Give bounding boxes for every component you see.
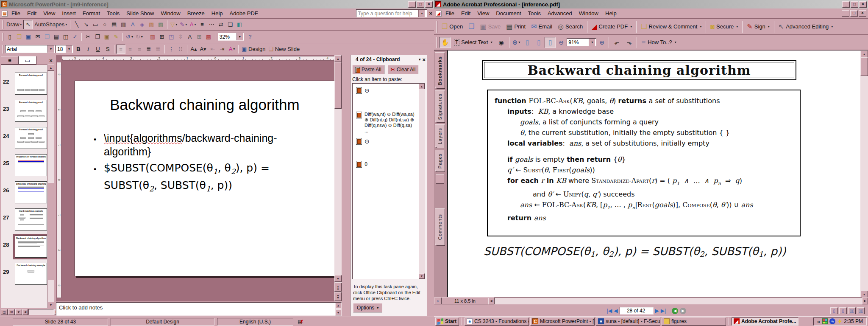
fill-color-button[interactable]: ▽▾ <box>169 20 178 29</box>
advanced-editing-button[interactable]: ↖Advanced Editing▾ <box>776 21 836 32</box>
font-name-combo[interactable]: ▾ <box>5 45 55 53</box>
email-button[interactable]: ✉Email <box>529 21 555 32</box>
scroll-down-icon[interactable]: ▼ <box>335 310 341 315</box>
scroll-left-icon[interactable]: ◀ <box>22 309 28 315</box>
numbering-button[interactable]: ⋮ <box>167 45 176 54</box>
how-to-button[interactable]: ≣How To..?▾ <box>639 37 679 48</box>
menu-window[interactable]: Window <box>158 9 183 18</box>
font-size-combo[interactable]: ▾ <box>56 45 73 53</box>
close-icon[interactable]: × <box>425 1 433 8</box>
pdf-page[interactable]: Backward chaining algorithm function FOL… <box>447 51 860 298</box>
spelling-button[interactable]: ✓ <box>70 32 80 42</box>
notes-scrollbar[interactable]: ▲ ▼ <box>335 303 341 315</box>
previous-view-button[interactable]: ◀ <box>672 308 678 314</box>
font-color-button[interactable]: A▾ <box>227 45 236 54</box>
toolbar-handle[interactable] <box>436 37 437 48</box>
distribute-button[interactable]: ≣ <box>144 45 153 54</box>
taskbar-item-fsecure[interactable]: ▼suna - [default] - F-Secure... <box>596 318 660 326</box>
menu-adobe-pdf[interactable]: Adobe PDF <box>227 9 261 18</box>
open-web-page-button[interactable]: ❒ <box>466 21 477 32</box>
next-slide-button[interactable]: ▼▼ <box>334 292 342 301</box>
facing-layout-icon[interactable]: ▯▯ <box>857 307 865 314</box>
continuous-layout-icon[interactable]: ▯ <box>839 307 847 314</box>
scroll-right-icon[interactable]: ▶ <box>862 298 868 304</box>
restore-icon[interactable]: □ <box>851 1 858 8</box>
line-button[interactable]: ╲ <box>72 20 81 29</box>
font-color-button[interactable]: A▾ <box>188 20 198 29</box>
menu-tools[interactable]: Tools <box>525 9 544 18</box>
tab-comments[interactable]: Comments <box>435 208 445 246</box>
taskbar-item-browser[interactable]: eCS 3243 - Foundations of ... <box>465 318 529 326</box>
menu-slide-show[interactable]: Slide Show <box>123 9 157 18</box>
clipboard-item[interactable]: ⊜ <box>356 138 416 145</box>
slide-title[interactable]: Backward chaining algorithm <box>75 96 334 113</box>
save-button[interactable]: ▣Save <box>478 21 504 32</box>
slide-canvas[interactable]: Backward chaining algorithm • \input{alg… <box>75 81 335 276</box>
previous-page-icon[interactable]: ◀ <box>614 308 618 314</box>
create-pdf-button[interactable]: ◢Create PDF▾ <box>589 21 634 32</box>
toolbar-handle[interactable] <box>2 33 3 41</box>
review-comment-button[interactable]: ❏Review & Comment▾ <box>638 21 704 32</box>
open-button[interactable]: ❒ <box>14 32 24 42</box>
help-question-input[interactable] <box>356 11 418 17</box>
close-document-icon[interactable]: × <box>859 10 866 17</box>
tray-display-icon[interactable] <box>822 318 828 324</box>
slide-thumbnail[interactable]: Forward chaining proof <box>15 73 47 95</box>
status-slide-indicator[interactable]: Slide 28 of 43 <box>13 318 108 326</box>
normal-view-icon[interactable]: ◫ <box>1 309 8 315</box>
new-slide-button[interactable]: ❏ New Slide <box>267 45 301 54</box>
menu-tools[interactable]: Tools <box>104 9 122 18</box>
continuous-facing-layout-icon[interactable]: ▯▯ <box>848 307 856 314</box>
increase-indent-button[interactable]: ⇥ <box>217 45 227 54</box>
scrollbar-thumb[interactable] <box>860 57 868 76</box>
align-center-button[interactable]: ≡ <box>125 45 135 54</box>
notes-pane[interactable]: Click to add notes ▲ ▼ <box>56 302 342 316</box>
zoom-level-combo[interactable]: ▾ <box>567 38 596 46</box>
print-preview-button[interactable]: ◫ <box>61 32 70 42</box>
menu-breeze[interactable]: Breeze <box>184 9 208 18</box>
help-button[interactable]: ? <box>245 32 255 42</box>
last-page-icon[interactable]: ▶| <box>661 308 666 314</box>
tray-power-icon[interactable] <box>837 318 842 324</box>
restore-icon[interactable]: □ <box>417 1 424 8</box>
pane-resize-handle[interactable] <box>436 174 444 184</box>
scroll-up-icon[interactable]: ▲ <box>335 303 341 308</box>
taskbar-item-acrobat[interactable]: ◢Adobe Acrobat Profe... <box>732 318 798 326</box>
clock[interactable]: 2:35 PM <box>844 318 863 324</box>
text-shadow-button[interactable]: S <box>103 45 112 54</box>
tray-chevron-icon[interactable]: « <box>817 318 820 325</box>
close-icon[interactable]: × <box>859 1 867 8</box>
actual-size-button[interactable]: ▯ <box>522 37 533 48</box>
previous-slide-button[interactable]: ▲▲ <box>334 283 342 292</box>
hand-tool-button[interactable]: ✋ <box>439 37 451 48</box>
slide-thumbnail[interactable]: Backward chaining example <box>15 263 47 285</box>
menu-view[interactable]: View <box>40 9 58 18</box>
notes-placeholder[interactable]: Click to add notes <box>56 303 341 311</box>
fit-page-button[interactable]: ▯ <box>533 37 544 48</box>
zoom-out-button[interactable]: ⊖ <box>556 37 566 48</box>
clear-all-button[interactable]: ✂Clear All <box>388 65 419 74</box>
chevron-down-icon[interactable]: ▾ <box>589 39 595 46</box>
scroll-down-icon[interactable]: ▼ <box>419 273 425 279</box>
first-page-icon[interactable]: |◀ <box>607 308 612 314</box>
menu-file[interactable]: File <box>442 9 457 18</box>
slide-thumbnail[interactable]: Forward chaining proof <box>15 127 47 149</box>
tab-pages[interactable]: Pages <box>435 150 445 172</box>
scroll-left-icon[interactable]: ◀ <box>488 298 494 304</box>
copy-button[interactable]: ❐ <box>93 32 102 42</box>
slide-thumbnail-selected[interactable]: Backward chaining algorithm <box>15 236 47 258</box>
clipboard-item[interactable]: θ <box>356 161 416 168</box>
scroll-down-icon[interactable]: ▼ <box>860 291 868 298</box>
vertical-text-box-button[interactable]: ▥ <box>119 20 128 29</box>
italic-button[interactable]: I <box>83 45 93 54</box>
expand-all-button[interactable]: ⇕ <box>176 32 185 42</box>
menu-advanced[interactable]: Advanced <box>545 9 575 18</box>
arrow-button[interactable]: ↘ <box>81 20 91 29</box>
scroll-up-icon[interactable]: ▲ <box>47 65 54 71</box>
line-spacing-button[interactable]: ≣ <box>153 45 163 54</box>
mail-button[interactable]: ✉ <box>33 32 42 42</box>
scroll-up-icon[interactable]: ▲ <box>334 55 342 62</box>
taskbar-item-figures-folder[interactable]: figures <box>662 318 726 326</box>
powerpoint-title-bar[interactable]: C Microsoft PowerPoint - [m9-inference] … <box>0 0 434 8</box>
clipboard-item[interactable]: Diff(wa,nt) ⊜ Diff(wa,sa) ⊜ Diff(nt,q) D… <box>356 112 416 133</box>
